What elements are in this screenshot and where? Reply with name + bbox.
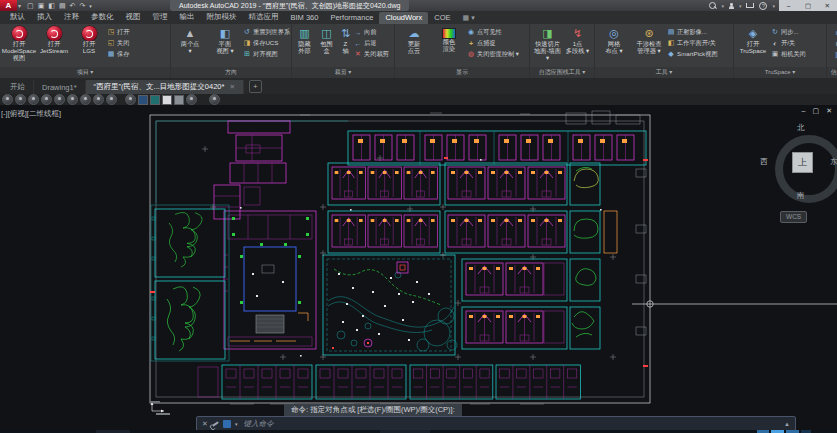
- panel-label-crop[interactable]: 裁剪 ▾: [292, 67, 394, 78]
- tab-default[interactable]: 默认: [4, 11, 31, 24]
- wcs-menu[interactable]: WCS: [780, 211, 807, 223]
- plugin-square-button[interactable]: [162, 95, 172, 105]
- panel-label-tools[interactable]: 工具 ▾: [595, 67, 733, 78]
- tab-view[interactable]: 视图: [120, 11, 147, 24]
- plugin-orb-button[interactable]: [106, 94, 117, 105]
- drawing-restore-button[interactable]: ▢: [813, 107, 820, 115]
- plugin-orb-button[interactable]: [67, 94, 78, 105]
- plugin-orb-button[interactable]: [186, 94, 197, 105]
- tab-output[interactable]: 输出: [174, 11, 201, 24]
- tab-addins[interactable]: 附加模块: [201, 11, 243, 24]
- plugin-orb-button[interactable]: [28, 94, 39, 105]
- quick-slice-button[interactable]: ◨ 快速切片 地面-墙面 ▾: [532, 25, 563, 61]
- viewport-controls[interactable]: [-][俯视][二维线框]: [1, 109, 61, 119]
- expand-history-button[interactable]: ▲: [784, 421, 790, 427]
- viewcube-west[interactable]: 西: [760, 157, 768, 167]
- point-visibility-button[interactable]: ◉ 点可见性: [467, 27, 519, 37]
- app-menu-button[interactable]: A: [0, 0, 17, 11]
- command-icon[interactable]: [223, 420, 231, 428]
- tab-cloudworx[interactable]: CloudWorx: [379, 12, 428, 24]
- density-control-button[interactable]: ◍ 关闭密度控制 ▾: [467, 49, 519, 59]
- ribbon-overflow-icon[interactable]: ▦ ▾: [457, 14, 481, 24]
- tab-annotate[interactable]: 注释: [58, 11, 85, 24]
- plan-view-button[interactable]: ◧ 平面 视图 ▾: [208, 25, 242, 55]
- close-button[interactable]: ✕: [818, 0, 837, 11]
- plugin-orb-button[interactable]: [209, 94, 220, 105]
- save-ucs-button[interactable]: ◨ 保存UCS: [243, 38, 290, 48]
- z-axis-button[interactable]: ⇅ Z 轴: [338, 25, 353, 55]
- close-crop-button[interactable]: ✕ 关闭裁剪: [354, 49, 389, 59]
- model-space-canvas[interactable]: [-][俯视][二维线框] – ▢ ✕: [0, 105, 837, 430]
- truspace-toggle-button[interactable]: ◐ 开/关: [771, 38, 806, 48]
- align-view-button[interactable]: ⊞ 对齐视图: [243, 49, 290, 59]
- plugin-square-button[interactable]: [138, 95, 148, 105]
- open-modelspace-view-button[interactable]: 打开 ModelSpace视图: [2, 25, 36, 61]
- sign-in-caret-icon[interactable]: ▾: [739, 3, 742, 9]
- camera-off-button[interactable]: ▣ 相机关闭: [771, 49, 806, 59]
- plugin-square-button[interactable]: [174, 95, 184, 105]
- hide-outside-button[interactable]: ▥ 隐藏 外部: [294, 25, 315, 55]
- tab-manage[interactable]: 管理: [147, 11, 174, 24]
- plugin-square-button[interactable]: [150, 95, 160, 105]
- smartpick-view-button[interactable]: ◆ SmartPick视图: [667, 49, 718, 59]
- command-caret-icon[interactable]: ▾: [235, 421, 238, 427]
- close-command-icon[interactable]: ✕: [202, 420, 208, 428]
- update-point-cloud-button[interactable]: ☁ 更新 点云: [397, 25, 431, 55]
- save-icon[interactable]: ◧: [48, 2, 55, 10]
- file-tab-drawing1[interactable]: Drawing1*: [34, 81, 86, 95]
- color-render-button[interactable]: 颜色 渲染: [432, 25, 466, 53]
- open-file-icon[interactable]: ▣: [38, 2, 45, 10]
- plugin-orb-button[interactable]: [2, 94, 13, 105]
- viewcube-north[interactable]: 北: [797, 123, 805, 133]
- panel-label-display[interactable]: 显示: [395, 67, 529, 78]
- panel-label-adaptive-boundary[interactable]: 自适应围线工具 ▾: [530, 67, 594, 78]
- panel-label-project[interactable]: 项目 ▾: [0, 67, 170, 78]
- search-caret-icon[interactable]: ▾: [721, 3, 724, 9]
- help-icon[interactable]: ?: [759, 2, 767, 10]
- new-drawing-tab-button[interactable]: +: [249, 80, 262, 93]
- one-point-polyline-button[interactable]: ↯ 1点 多段线 ▾: [564, 25, 591, 55]
- plugin-orb-button[interactable]: [125, 94, 136, 105]
- drawing-minimize-button[interactable]: –: [802, 107, 806, 115]
- clash-manager-button[interactable]: ⊛ 干涉检查 管理器 ▾: [632, 25, 666, 55]
- redo-icon[interactable]: ↷: [79, 2, 85, 10]
- file-tab-xifuli[interactable]: “西府里”(民宿、文...目地形图提交0420* ✕: [86, 80, 244, 95]
- open-project-button[interactable]: ◳ 打开: [107, 27, 129, 37]
- save-project-button[interactable]: ▦ 保存: [107, 49, 129, 59]
- maximize-button[interactable]: ▢: [798, 0, 817, 11]
- grid-points-button[interactable]: ◎ 网格 布点 ▾: [597, 25, 631, 55]
- sign-in-icon[interactable]: [729, 6, 734, 9]
- tab-bim360[interactable]: BIM 360: [285, 12, 325, 24]
- wrench-customize-icon[interactable]: [212, 421, 219, 427]
- plot-icon[interactable]: ▤: [59, 2, 66, 10]
- open-truspace-button[interactable]: ◈ 打开 TruSpace: [736, 25, 770, 55]
- crop-forward-button[interactable]: → 向前: [354, 27, 389, 37]
- bounding-box-button[interactable]: ◫ 包围 盒: [316, 25, 337, 55]
- undo-icon[interactable]: ↶: [70, 2, 76, 10]
- viewcube-east[interactable]: 东: [830, 157, 837, 167]
- command-line[interactable]: ✕ ▾ ▲: [196, 416, 796, 430]
- plugin-orb-button[interactable]: [93, 94, 104, 105]
- crop-back-button[interactable]: ← 后退: [354, 38, 389, 48]
- close-project-button[interactable]: ◱ 关闭: [107, 38, 129, 48]
- site-plan-drawing[interactable]: [0, 105, 837, 430]
- plugin-orb-button[interactable]: [54, 94, 65, 105]
- tab-performance[interactable]: Performance: [324, 12, 379, 24]
- reset-to-world-button[interactable]: ↺ 重置到世界系: [243, 27, 290, 37]
- open-lgs-button[interactable]: 打开 LGS: [72, 25, 106, 55]
- app-menu-caret-icon[interactable]: ▾: [18, 2, 21, 9]
- tab-parametric[interactable]: 参数化: [85, 11, 120, 24]
- viewcube-south[interactable]: 南: [797, 191, 805, 201]
- tab-insert[interactable]: 插入: [31, 11, 58, 24]
- plugin-orb-button[interactable]: [80, 94, 91, 105]
- search-icon[interactable]: [709, 2, 716, 9]
- panel-label-truspace[interactable]: TruSpace ▾: [734, 67, 826, 78]
- tab-coe[interactable]: COE: [428, 12, 456, 24]
- workplane-toggle-button[interactable]: ◧ 工作平面开/关: [667, 38, 718, 48]
- viewcube-top-face[interactable]: 上: [792, 152, 813, 173]
- command-input[interactable]: [241, 418, 780, 429]
- new-file-icon[interactable]: ▢: [27, 2, 34, 10]
- panel-label-info[interactable]: 信息 ▾: [827, 67, 837, 78]
- app-store-cart-icon[interactable]: [746, 3, 754, 8]
- close-tab-icon[interactable]: ✕: [229, 83, 234, 91]
